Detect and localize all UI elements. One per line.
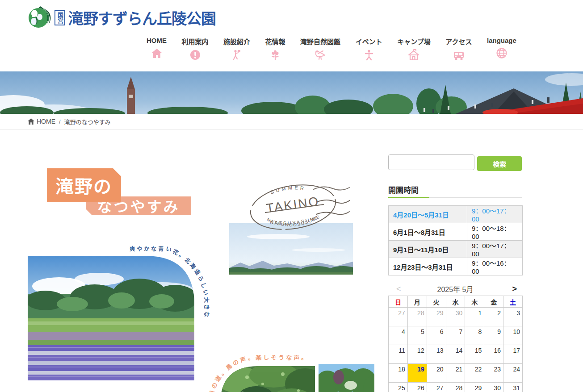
hero-photo — [0, 71, 583, 114]
hours-row: 9月1日〜11月10日9：00〜17：00 — [389, 241, 523, 258]
calendar-week-row: 25262728293031 — [389, 383, 523, 392]
calendar-day[interactable]: 28 — [407, 308, 427, 326]
hours-row: 6月1日〜8月31日9：00〜18：00 — [389, 223, 523, 241]
site-logo[interactable]: 国営 滝野すずらん丘陵公園 — [28, 6, 216, 29]
calendar-day[interactable]: 7 — [446, 326, 465, 345]
calendar-day[interactable]: 4 — [389, 326, 408, 345]
calendar-day[interactable]: 31 — [503, 383, 523, 392]
calendar-day[interactable]: 20 — [427, 364, 446, 383]
calendar-week-row: 27282930123 — [389, 308, 523, 326]
hours-row: 4月20日〜5月31日9：00〜17：00 — [389, 206, 523, 223]
nav-item-label: キャンプ場 — [397, 37, 431, 46]
stamp-takino-text: TAKINO — [265, 194, 320, 215]
calendar-day[interactable]: 6 — [427, 326, 446, 345]
logo-prefix: 国営 — [55, 10, 65, 25]
calendar-day[interactable]: 14 — [446, 345, 465, 364]
calendar-day[interactable]: 24 — [503, 364, 523, 383]
calendar-day[interactable]: 3 — [503, 308, 523, 326]
hours-period: 9月1日〜11月10日 — [389, 241, 467, 258]
calendar-day[interactable]: 15 — [465, 345, 484, 364]
calendar-week-row: 11121314151617 — [389, 345, 523, 364]
nav-item-event[interactable]: イベント — [356, 37, 382, 61]
calendar-week-row: 18192021222324 — [389, 364, 523, 383]
calendar-day[interactable]: 30 — [484, 383, 503, 392]
calendar-day[interactable]: 10 — [503, 326, 523, 345]
nav-item-label: 施設紹介 — [223, 37, 250, 46]
calendar-week-row: 45678910 — [389, 326, 523, 345]
calendar-day[interactable]: 29 — [427, 308, 446, 326]
calendar-table: 日月火水木金土 27282930123456789101112131415161… — [388, 296, 523, 392]
globe-icon — [496, 47, 508, 59]
calendar-weekday: 火 — [427, 296, 446, 308]
calendar-day[interactable]: 28 — [446, 383, 465, 392]
calendar-day[interactable]: 25 — [389, 383, 408, 392]
breadcrumb-current: 滝野のなつやすみ — [64, 117, 111, 126]
calendar-day[interactable]: 17 — [503, 345, 523, 364]
calendar-weekday-row: 日月火水木金土 — [389, 296, 523, 308]
hours-time: 9：00〜18：00 — [467, 223, 523, 241]
breadcrumb-home-link[interactable]: HOME — [28, 118, 55, 125]
nav-item-language[interactable]: language — [487, 37, 516, 59]
calendar-next-button[interactable]: > — [504, 284, 522, 294]
calendar-day[interactable]: 13 — [427, 345, 446, 364]
nav-item-label: HOME — [147, 37, 167, 44]
calendar-weekday: 金 — [484, 296, 503, 308]
flower-icon — [269, 49, 281, 61]
calendar-day[interactable]: 9 — [484, 326, 503, 345]
summer-stamp-graphic: SUMMER TAKINO NATSUYASUM! NATSUNOOSUSUME — [247, 179, 350, 232]
calendar-day[interactable]: 30 — [446, 308, 465, 326]
opening-hours-heading: 開園時間 — [388, 184, 419, 195]
home-icon — [151, 47, 163, 59]
nav-item-camp[interactable]: キャンプ場 — [397, 37, 431, 61]
article-title-line1: 滝野の — [47, 168, 121, 202]
calendar-weekday: 水 — [446, 296, 465, 308]
calendar-day[interactable]: 21 — [446, 364, 465, 383]
hours-period: 6月1日〜8月31日 — [389, 223, 467, 241]
caption-blue-text: 爽やかな青い花。北海道らしい大きな青空。 — [103, 241, 210, 319]
hours-time: 9：00〜17：00 — [467, 206, 523, 223]
hours-table-body: 4月20日〜5月31日9：00〜17：006月1日〜8月31日9：00〜18：0… — [389, 206, 523, 275]
calendar-nav: < 2025年 5月 > — [388, 283, 522, 295]
nav-item-facility[interactable]: 施設紹介 — [223, 37, 250, 61]
nav-item-home[interactable]: HOME — [147, 37, 167, 59]
stamp-summer-text: SUMMER — [270, 185, 306, 195]
calendar-day[interactable]: 16 — [484, 345, 503, 364]
nav-item-label: 滝野自然図鑑 — [300, 37, 340, 46]
calendar-day[interactable]: 8 — [465, 326, 484, 345]
search-button[interactable]: 検索 — [477, 156, 522, 171]
calendar-day-selected[interactable]: 19 — [407, 364, 427, 383]
nav-item-label: language — [487, 37, 516, 44]
calendar-day[interactable]: 22 — [465, 364, 484, 383]
calendar-day[interactable]: 5 — [407, 326, 427, 345]
calendar-day[interactable]: 27 — [389, 308, 408, 326]
nav-item-nature[interactable]: 滝野自然図鑑 — [300, 37, 340, 61]
svg-text:SUMMER: SUMMER — [270, 185, 306, 195]
calendar-body: 2728293012345678910111213141516171819202… — [389, 308, 523, 392]
lavender-garden-photo — [319, 364, 374, 392]
nav-item-access[interactable]: アクセス — [445, 37, 472, 61]
hours-period: 4月20日〜5月31日 — [389, 206, 467, 223]
calendar-day[interactable]: 2 — [484, 308, 503, 326]
search-input[interactable] — [388, 154, 474, 170]
calendar-day[interactable]: 27 — [427, 383, 446, 392]
caption-blue-curved-text: 爽やかな青い花。北海道らしい大きな青空。 — [103, 241, 214, 321]
nav-item-guide[interactable]: 利用案内 — [182, 37, 209, 61]
page: 国営 滝野すずらん丘陵公園 HOME利用案内施設紹介花情報滝野自然図鑑イベントキ… — [0, 0, 583, 392]
calendar-day[interactable]: 26 — [407, 383, 427, 392]
svg-text:爽やかな青い花。北海道らしい大きな青空。: 爽やかな青い花。北海道らしい大きな青空。 — [103, 241, 210, 319]
calendar-day[interactable]: 29 — [465, 383, 484, 392]
calendar-day[interactable]: 18 — [389, 364, 408, 383]
calendar-day[interactable]: 12 — [407, 345, 427, 364]
calendar-day[interactable]: 23 — [484, 364, 503, 383]
hours-period: 12月23日〜3月31日 — [389, 258, 467, 275]
caption-orange-curved-text: れ日の道。鳥の声。楽しそうな声。 — [197, 355, 322, 392]
hut-icon — [408, 49, 419, 61]
nav-item-label: アクセス — [445, 37, 472, 46]
nav-item-flower[interactable]: 花情報 — [265, 37, 285, 61]
calendar-prev-button[interactable]: < — [388, 284, 406, 294]
hours-time: 9：00〜17：00 — [467, 241, 523, 258]
calendar-weekday: 日 — [389, 296, 408, 308]
info-icon — [189, 49, 201, 61]
calendar-day[interactable]: 1 — [465, 308, 484, 326]
calendar-day[interactable]: 11 — [389, 345, 408, 364]
